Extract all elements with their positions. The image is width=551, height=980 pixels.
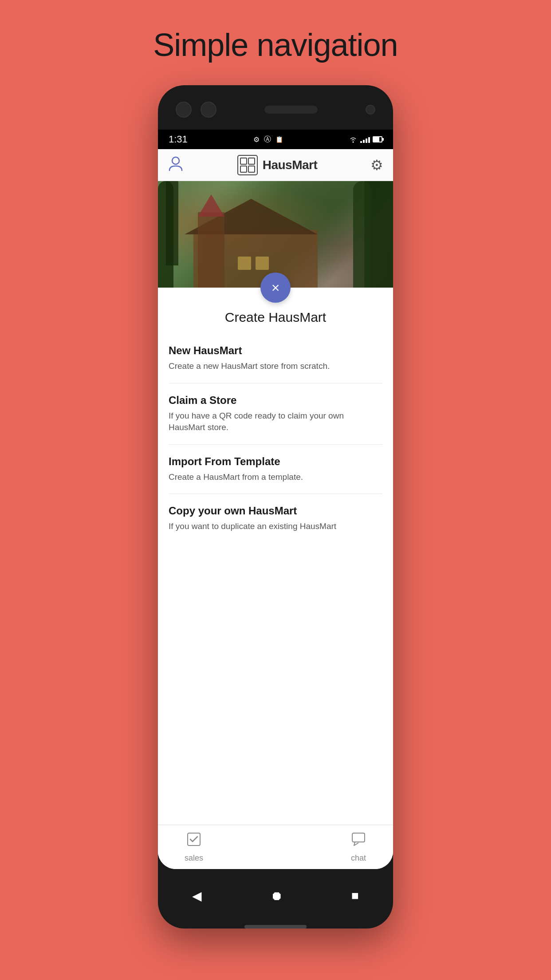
avd-status-icon: Ⓐ bbox=[264, 135, 271, 144]
nav-item-sales[interactable]: sales bbox=[185, 831, 203, 863]
menu-item-title-new: New HausMart bbox=[169, 344, 382, 357]
house-tower bbox=[198, 212, 224, 288]
menu-list: New HausMart Create a new HausMart store… bbox=[158, 334, 393, 825]
menu-item-title-import: Import From Template bbox=[169, 455, 382, 468]
app-header: HausMart ⚙ bbox=[158, 149, 393, 181]
battery-fill bbox=[374, 137, 379, 142]
signal-bar-2 bbox=[363, 140, 365, 143]
status-icons-right bbox=[349, 136, 382, 143]
back-button[interactable]: ◀ bbox=[192, 889, 202, 903]
svg-rect-5 bbox=[240, 166, 247, 172]
clipboard-status-icon: 📋 bbox=[276, 136, 283, 143]
settings-icon[interactable]: ⚙ bbox=[370, 157, 383, 174]
sales-nav-icon bbox=[186, 831, 202, 851]
camera-circle-2 bbox=[201, 102, 216, 118]
menu-item-import-template[interactable]: Import From Template Create a HausMart f… bbox=[169, 445, 382, 494]
svg-rect-3 bbox=[240, 158, 247, 164]
camera-circle-1 bbox=[176, 102, 192, 118]
camera-left bbox=[176, 102, 216, 118]
tree-right-2 bbox=[353, 181, 371, 288]
menu-item-desc-new: Create a new HausMart store from scratch… bbox=[169, 360, 382, 372]
nav-item-chat[interactable]: chat bbox=[350, 831, 366, 863]
svg-point-0 bbox=[352, 142, 354, 143]
svg-rect-6 bbox=[248, 166, 255, 172]
sales-nav-label: sales bbox=[185, 854, 203, 863]
tree-far-left bbox=[166, 181, 178, 265]
battery-icon bbox=[373, 136, 382, 142]
phone-bottom-nav: ◀ ⏺ ■ bbox=[158, 869, 393, 922]
speaker-bar bbox=[264, 106, 318, 114]
signal-bar-3 bbox=[366, 138, 367, 143]
header-logo: HausMart bbox=[237, 154, 318, 176]
user-profile-icon[interactable] bbox=[168, 155, 184, 175]
bottom-nav: sales chat bbox=[158, 825, 393, 869]
status-icons-group: ⚙ Ⓐ 📋 bbox=[253, 135, 283, 144]
signal-bars bbox=[360, 136, 370, 143]
signal-bar-4 bbox=[368, 137, 370, 143]
menu-item-title-copy: Copy your own HausMart bbox=[169, 505, 382, 517]
menu-item-title-claim: Claim a Store bbox=[169, 394, 382, 407]
gear-status-icon: ⚙ bbox=[253, 135, 260, 144]
status-bar: 1:31 ⚙ Ⓐ 📋 bbox=[158, 130, 393, 149]
svg-rect-4 bbox=[248, 158, 255, 164]
home-button[interactable]: ⏺ bbox=[271, 889, 283, 903]
close-button[interactable]: × bbox=[260, 273, 291, 303]
menu-item-desc-import: Create a HausMart from a template. bbox=[169, 471, 382, 483]
recent-button[interactable]: ■ bbox=[351, 889, 359, 903]
window-1 bbox=[238, 257, 251, 270]
svg-rect-7 bbox=[188, 833, 200, 846]
menu-item-desc-claim: If you have a QR code ready to claim you… bbox=[169, 410, 382, 434]
menu-item-new-hausmart[interactable]: New HausMart Create a new HausMart store… bbox=[169, 334, 382, 383]
close-icon: × bbox=[272, 280, 280, 296]
window-2 bbox=[256, 257, 269, 270]
phone-top-bar bbox=[158, 90, 393, 130]
camera-right bbox=[366, 105, 375, 115]
app-logo-text: HausMart bbox=[263, 158, 318, 172]
svg-rect-8 bbox=[352, 833, 365, 842]
status-time: 1:31 bbox=[169, 134, 188, 145]
menu-item-desc-copy: If you want to duplicate an existing Hau… bbox=[169, 521, 382, 533]
hausmart-logo-icon bbox=[237, 154, 258, 176]
app-screen: HausMart ⚙ bbox=[158, 149, 393, 869]
modal-container: × Create HausMart New HausMart Create a … bbox=[158, 288, 393, 869]
hero-image bbox=[158, 181, 393, 288]
phone-shell: 1:31 ⚙ Ⓐ 📋 bbox=[158, 85, 393, 929]
tower-cone bbox=[198, 194, 224, 217]
close-button-wrapper: × bbox=[260, 273, 291, 303]
svg-point-1 bbox=[172, 157, 179, 164]
phone-home-bar bbox=[244, 925, 307, 929]
chat-nav-icon bbox=[350, 831, 366, 851]
menu-item-claim-store[interactable]: Claim a Store If you have a QR code read… bbox=[169, 383, 382, 445]
page-title: Simple navigation bbox=[153, 27, 398, 63]
chat-nav-label: chat bbox=[351, 854, 366, 863]
menu-item-copy-hausmart[interactable]: Copy your own HausMart If you want to du… bbox=[169, 494, 382, 543]
signal-bar-1 bbox=[360, 141, 362, 143]
wifi-icon bbox=[349, 136, 358, 143]
